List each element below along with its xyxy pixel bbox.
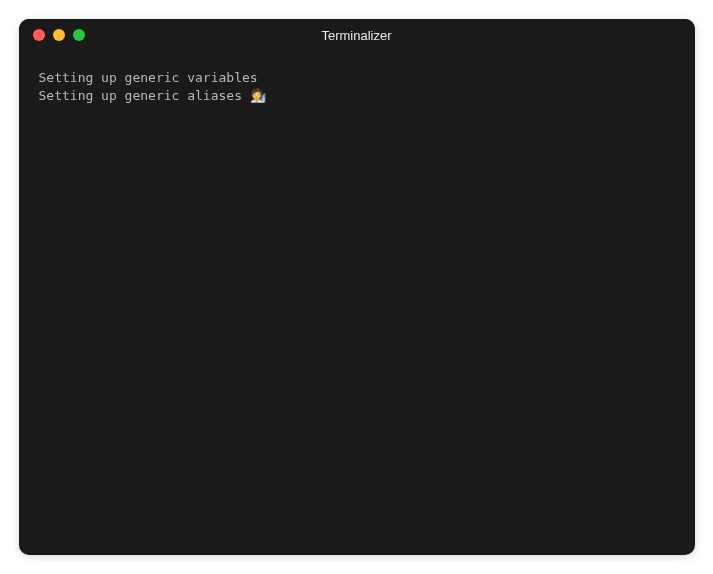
window-title: Terminalizer bbox=[321, 28, 391, 43]
terminal-line: Setting up generic aliases 🧑‍🔬 bbox=[39, 87, 675, 105]
close-button[interactable] bbox=[33, 29, 45, 41]
terminal-line: Setting up generic variables bbox=[39, 69, 675, 87]
traffic-lights bbox=[19, 29, 85, 41]
terminal-window: Terminalizer Setting up generic variable… bbox=[19, 19, 695, 555]
terminal-body[interactable]: Setting up generic variables Setting up … bbox=[19, 51, 695, 555]
title-bar: Terminalizer bbox=[19, 19, 695, 51]
maximize-button[interactable] bbox=[73, 29, 85, 41]
minimize-button[interactable] bbox=[53, 29, 65, 41]
